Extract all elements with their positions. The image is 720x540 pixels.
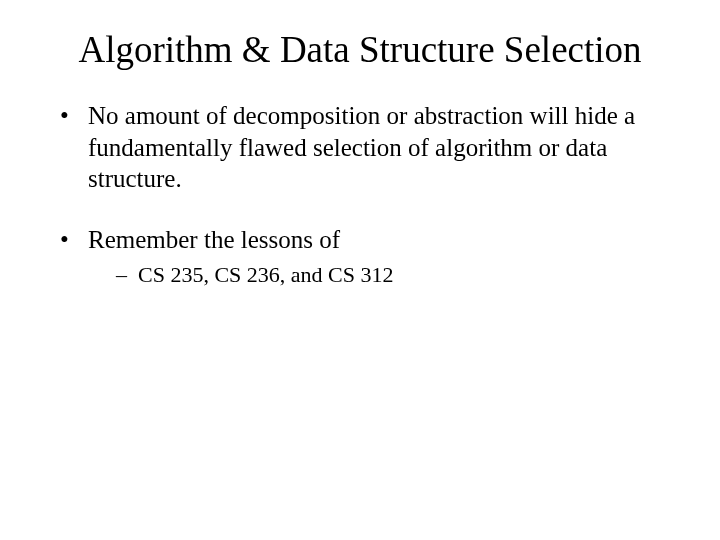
slide: Algorithm & Data Structure Selection No … — [0, 0, 720, 540]
bullet-text: Remember the lessons of — [88, 226, 340, 253]
bullet-text: No amount of decomposition or abstractio… — [88, 102, 635, 192]
list-item: Remember the lessons of CS 235, CS 236, … — [60, 224, 670, 289]
sub-bullet-text: CS 235, CS 236, and CS 312 — [138, 262, 394, 287]
list-item: No amount of decomposition or abstractio… — [60, 100, 670, 194]
slide-title: Algorithm & Data Structure Selection — [50, 28, 670, 72]
sub-list-item: CS 235, CS 236, and CS 312 — [116, 261, 670, 289]
sub-bullet-list: CS 235, CS 236, and CS 312 — [116, 261, 670, 289]
bullet-list: No amount of decomposition or abstractio… — [60, 100, 670, 289]
